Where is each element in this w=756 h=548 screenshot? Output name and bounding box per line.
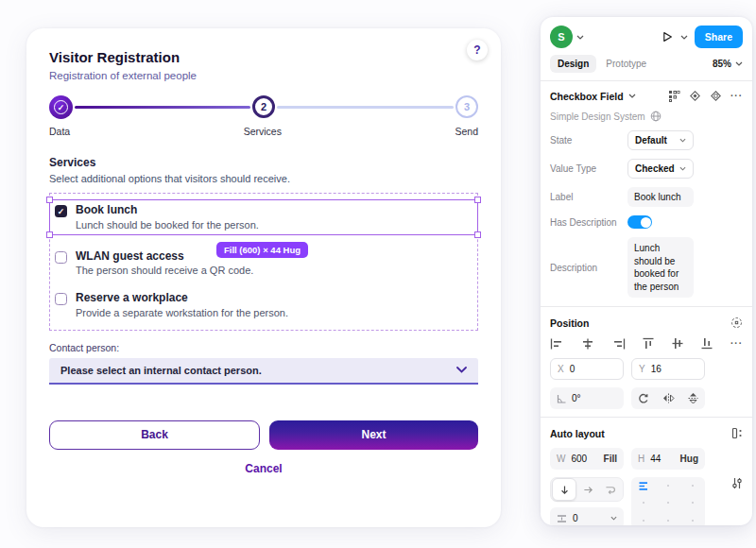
tab-prototype[interactable]: Prototype [601,55,651,73]
page-title: Visitor Registration [49,49,478,65]
step-label-send: Send [455,126,478,137]
step-services-indicator[interactable]: 2 [252,95,275,118]
checkbox-unchecked-icon[interactable] [55,251,67,264]
height-input[interactable]: H 44 Hug [631,448,705,470]
size-row: W 600 Fill H 44 Hug [541,448,752,470]
back-button[interactable]: Back [49,420,260,450]
xy-row: X 0 Y 16 [541,358,752,380]
contact-person-select[interactable]: Please select an internal contact person… [49,358,478,385]
alignment-grid-cell[interactable] [680,512,705,525]
share-button[interactable]: Share [695,26,743,48]
option-description: Provide a separate workstation for the p… [76,307,288,318]
direction-right-button[interactable] [576,478,599,501]
more-align-icon[interactable]: ··· [730,338,743,349]
checkbox-checked-icon[interactable]: ✓ [55,205,67,217]
page-subtitle: Registration of external people [49,70,478,81]
prop-description: Description Lunch should be booked for t… [541,237,752,298]
step-label-services: Services [244,126,282,137]
prop-label: Description [550,263,627,273]
value-type-value: Checked [635,163,675,174]
prop-label: Value Type [550,163,627,174]
selection-handle[interactable] [474,197,481,203]
alignment-grid-cell[interactable] [631,512,656,525]
x-value: 0 [570,364,576,374]
position-heading: Position [550,317,589,329]
alignment-grid-cell[interactable] [656,477,680,494]
direction-down-button[interactable] [552,478,576,501]
has-description-toggle[interactable] [627,215,652,229]
chevron-down-icon[interactable] [680,35,688,40]
tab-design[interactable]: Design [550,55,596,73]
alignment-grid-cell[interactable] [680,494,705,511]
check-icon: ✓ [54,100,68,114]
alignment-grid-cell[interactable] [631,494,656,511]
step-send-indicator[interactable]: 3 [455,95,478,118]
more-options-icon[interactable]: ··· [730,91,743,101]
alignment-position-top-left[interactable] [631,477,656,494]
present-play-icon[interactable] [661,30,674,43]
w-label: W [557,454,565,464]
alignment-grid-cell[interactable] [656,512,680,525]
x-label: X [558,364,564,374]
next-button[interactable]: Next [269,420,478,450]
hug-tag[interactable]: Hug [680,454,698,464]
rotation-row: 0° [541,387,752,409]
swap-instance-icon[interactable] [710,90,722,102]
prop-label: Has Description [550,217,627,228]
option-book-lunch[interactable]: ✓ Book lunch Lunch should be booked for … [50,200,477,234]
align-left-icon[interactable] [550,338,563,350]
align-middle-vertical-icon[interactable] [672,337,683,350]
checkbox-unchecked-icon[interactable] [55,293,67,305]
alignment-grid-cell[interactable] [680,477,705,494]
zoom-level-control[interactable]: 85% [713,59,743,69]
rotate-icon[interactable] [638,393,649,404]
chevron-down-icon [456,367,467,373]
flip-tools [631,387,705,409]
component-icon[interactable] [689,90,701,102]
user-avatar[interactable]: S [550,26,573,48]
x-input[interactable]: X 0 [550,358,624,380]
library-row: Simple Design System [541,111,752,130]
library-name: Simple Design System [550,111,645,122]
spacing-sliders-icon[interactable] [731,477,743,489]
selection-handle[interactable] [474,231,481,238]
gap-icon [557,514,567,523]
account-menu[interactable]: S [550,26,584,48]
value-type-dropdown[interactable]: Checked [627,159,694,179]
component-name-dropdown[interactable]: Checkbox Field [550,91,636,102]
selection-handle[interactable] [46,197,53,203]
fill-tag[interactable]: Fill [604,454,617,464]
state-dropdown[interactable]: Default [627,130,694,150]
step-label-data: Data [49,126,70,137]
component-name: Checkbox Field [550,91,624,102]
select-placeholder: Please select an internal contact person… [60,365,262,376]
rotation-input[interactable]: 0° [550,387,624,409]
component-props-grid-icon[interactable] [668,90,680,102]
align-top-icon[interactable] [643,337,654,350]
align-bottom-icon[interactable] [701,337,713,350]
prop-value-type: Value Type Checked [541,159,752,179]
auto-layout-settings-icon[interactable] [731,427,743,439]
rotation-value: 0° [572,393,581,403]
help-button[interactable]: ? [467,40,488,60]
selection-handle[interactable] [46,231,53,238]
gap-input[interactable]: 0 [550,507,624,525]
option-reserve-workplace[interactable]: Reserve a workplace Provide a separate w… [50,288,477,322]
option-label: Reserve a workplace [76,291,288,304]
description-text-field[interactable]: Lunch should be booked for the person [627,237,694,298]
alignment-grid[interactable] [631,477,705,525]
flip-vertical-icon[interactable] [688,392,698,404]
align-right-icon[interactable] [612,338,626,350]
y-input[interactable]: Y 16 [631,358,705,380]
direction-wrap-button[interactable] [599,478,622,501]
step-data-indicator[interactable]: ✓ [49,95,73,119]
transform-settings-icon[interactable] [730,317,743,329]
cancel-link[interactable]: Cancel [49,462,478,475]
flip-horizontal-icon[interactable] [662,393,675,403]
align-center-horizontal-icon[interactable] [581,338,594,350]
option-text: Book lunch Lunch should be booked for th… [76,203,259,231]
width-input[interactable]: W 600 Fill [550,448,624,470]
alignment-toolbar: ··· [541,337,752,350]
label-text-field[interactable]: Book lunch [627,187,694,207]
alignment-grid-cell[interactable] [656,494,680,511]
